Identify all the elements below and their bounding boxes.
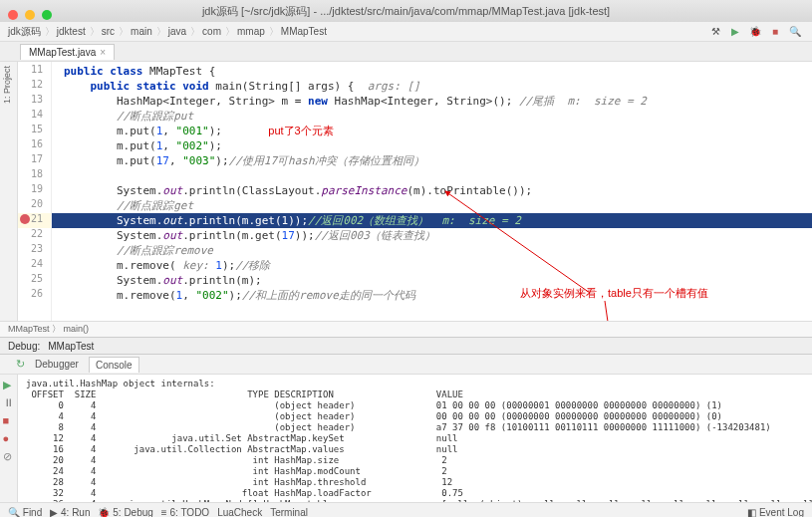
window-titlebar: jdk源码 [~/src/jdk源码] - .../jdktest/src/ma… xyxy=(0,0,812,22)
tab-debugger[interactable]: Debugger xyxy=(29,357,85,372)
tab-console[interactable]: Console xyxy=(89,357,139,373)
stop-icon[interactable]: ■ xyxy=(3,414,15,426)
debug-tool-header: Debug: MMapTest xyxy=(0,337,812,355)
code-editor[interactable]: public class MMapTest { public static vo… xyxy=(52,62,812,321)
debug-button[interactable]: 🐞 xyxy=(748,25,762,39)
stop-button[interactable]: ■ xyxy=(768,25,782,39)
search-icon[interactable]: 🔍 xyxy=(788,25,802,39)
debug-tabs: ↻ Debugger Console xyxy=(0,355,812,375)
crumb[interactable]: main xyxy=(131,26,152,37)
crumb[interactable]: src xyxy=(102,26,115,37)
crumb[interactable]: jdktest xyxy=(57,26,86,37)
run-button[interactable]: ▶ xyxy=(728,25,742,39)
rerun-icon[interactable]: ↻ xyxy=(16,358,25,371)
mute-breakpoints-icon[interactable]: ⊘ xyxy=(3,450,15,462)
resume-icon[interactable]: ▶ xyxy=(3,379,15,390)
crumb[interactable]: MMapTest xyxy=(281,26,327,37)
tab-file[interactable]: MMapTest.java × xyxy=(20,44,115,60)
editor-tabs: MMapTest.java × xyxy=(0,42,812,62)
tab-label: MMapTest.java xyxy=(29,47,96,58)
breadcrumb: jdk源码〉 jdktest〉 src〉 main〉 java〉 com〉 mm… xyxy=(0,22,812,42)
annotation-put: put了3个元素 xyxy=(268,125,333,136)
crumb[interactable]: java xyxy=(168,26,186,37)
todo-tool[interactable]: ≡ 6: TODO xyxy=(161,507,209,517)
editor-gutter[interactable]: 11 12 13 14 15 16 17 18 19 20 21 22 23 2… xyxy=(18,62,52,321)
console-output[interactable]: java.util.HashMap object internals: OFFS… xyxy=(18,375,812,502)
annotation-table: 从对象实例来看，table只有一个槽有值 xyxy=(520,286,708,301)
zoom-icon[interactable] xyxy=(42,10,52,20)
crumb[interactable]: mmap xyxy=(237,26,265,37)
tool-window-bar-left: 1: Project xyxy=(0,62,18,321)
run-tool[interactable]: ▶ 4: Run xyxy=(50,507,90,517)
eventlog-tool[interactable]: ◧ Event Log xyxy=(747,507,804,517)
terminal-tool[interactable]: Terminal xyxy=(270,507,308,517)
project-tool[interactable]: 1: Project xyxy=(0,62,14,108)
build-button[interactable]: ⚒ xyxy=(708,25,722,39)
minimize-icon[interactable] xyxy=(25,10,35,20)
close-icon[interactable]: × xyxy=(100,47,106,58)
luacheck-tool[interactable]: LuaCheck xyxy=(217,507,262,517)
crumb[interactable]: com xyxy=(202,26,221,37)
find-tool[interactable]: 🔍 Find xyxy=(8,507,42,517)
bottom-tool-bar: 🔍 Find ▶ 4: Run 🐞 5: Debug ≡ 6: TODO Lua… xyxy=(0,502,812,517)
structure-breadcrumb[interactable]: MMapTest 〉 main() xyxy=(0,321,812,337)
debug-config[interactable]: MMapTest xyxy=(48,341,94,352)
debug-label: Debug: xyxy=(8,341,40,352)
view-breakpoints-icon[interactable]: ● xyxy=(3,432,15,444)
debug-tool[interactable]: 🐞 5: Debug xyxy=(98,507,152,517)
window-controls[interactable] xyxy=(8,5,56,27)
debug-controls: ▶ ⏸ ■ ● ⊘ xyxy=(0,375,18,502)
pause-icon[interactable]: ⏸ xyxy=(3,396,15,408)
breakpoint-icon[interactable] xyxy=(20,214,30,224)
close-icon[interactable] xyxy=(8,10,18,20)
window-title: jdk源码 [~/src/jdk源码] - .../jdktest/src/ma… xyxy=(202,5,610,17)
svg-line-1 xyxy=(605,301,610,321)
